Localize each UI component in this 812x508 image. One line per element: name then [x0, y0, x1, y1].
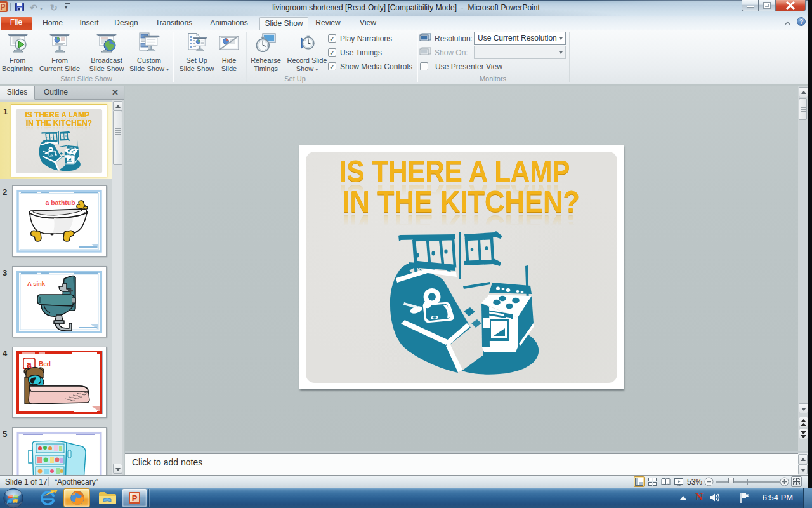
svg-text:a bathtub: a bathtub [45, 199, 75, 206]
svg-text:Bed: Bed [39, 361, 51, 368]
svg-text:A sink: A sink [27, 280, 46, 287]
